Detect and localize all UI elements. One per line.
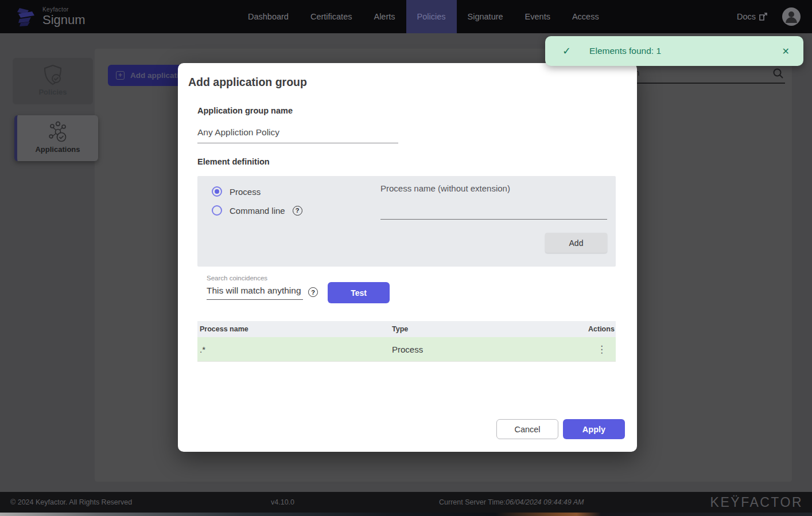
top-nav-bar: Keyfactor Signum Dashboard Certificates … <box>0 0 812 33</box>
search-coincidences-input[interactable] <box>207 286 303 300</box>
desktop-background-sliver <box>0 513 812 516</box>
modal-title: Add application group <box>188 76 307 89</box>
external-link-icon <box>759 13 767 21</box>
header-actions: Actions <box>588 325 616 333</box>
radio-process-label: Process <box>230 187 261 197</box>
nav-item-certificates[interactable]: Certificates <box>300 0 363 33</box>
keyfactor-wordmark: KEŸFACTOR <box>710 495 803 510</box>
header-type: Type <box>392 325 588 333</box>
applications-card-label: Applications <box>17 145 98 154</box>
policies-card-label: Policies <box>13 88 93 96</box>
nav-items: Dashboard Certificates Alerts Policies S… <box>237 0 610 33</box>
add-application-button[interactable]: + Add applicati <box>108 65 188 86</box>
row-actions-kebab-icon[interactable]: ⋮ <box>588 343 616 355</box>
brand-signum-label: Signum <box>42 14 86 26</box>
keyfactor-logo-icon <box>15 6 37 28</box>
sidebar-card-policies[interactable]: Policies <box>13 58 93 104</box>
brand[interactable]: Keyfactor Signum <box>15 6 86 28</box>
footer: © 2024 Keyfactor. All Rights Reserved v4… <box>0 492 812 513</box>
table-row: .* Process ⋮ <box>197 337 616 362</box>
sidebar-card-applications[interactable]: Applications <box>14 115 98 161</box>
radio-process[interactable]: Process <box>212 186 261 197</box>
search-coincidences-label: Search coincidences <box>207 275 267 282</box>
search-coincidences-help-icon[interactable]: ? <box>308 287 318 297</box>
search-icon[interactable] <box>772 68 784 81</box>
elements-table: Process name Type Actions .* Process ⋮ <box>197 321 616 362</box>
add-button[interactable]: Add <box>545 233 607 253</box>
add-application-label: Add applicati <box>130 71 179 80</box>
group-name-label: Application group name <box>197 106 293 115</box>
server-time-label: Current Server Time: <box>439 498 506 506</box>
version-text: v4.10.0 <box>271 498 294 506</box>
header-process-name: Process name <box>197 325 392 333</box>
group-name-input[interactable] <box>197 127 398 143</box>
nav-item-alerts[interactable]: Alerts <box>363 0 406 33</box>
command-line-help-icon[interactable]: ? <box>293 206 302 216</box>
apply-button[interactable]: Apply <box>563 419 625 439</box>
test-button[interactable]: Test <box>328 282 390 303</box>
element-definition-heading: Element definition <box>197 157 270 166</box>
radio-command-line[interactable]: Command line ? <box>212 205 302 216</box>
toast-close-icon[interactable]: ✕ <box>782 46 790 57</box>
person-icon <box>782 7 801 26</box>
nav-item-events[interactable]: Events <box>514 0 561 33</box>
server-time: Current Server Time:06/04/2024 09:44:49 … <box>439 498 584 506</box>
element-definition-panel: Process Command line ? Process name (wit… <box>197 176 616 267</box>
table-header-row: Process name Type Actions <box>197 321 616 337</box>
nav-item-signature[interactable]: Signature <box>457 0 514 33</box>
radio-process-control[interactable] <box>212 186 222 197</box>
process-name-input[interactable] <box>380 199 607 220</box>
toast-message: Elements found: 1 <box>589 46 782 56</box>
process-name-label: Process name (without extension) <box>380 183 510 193</box>
applications-icon <box>17 121 98 145</box>
radio-command-line-label: Command line <box>230 206 285 216</box>
toast-notification: ✓ Elements found: 1 ✕ <box>545 36 803 66</box>
docs-label: Docs <box>737 12 756 21</box>
add-application-group-modal: Add application group Application group … <box>178 63 637 452</box>
brand-keyfactor-label: Keyfactor <box>42 7 86 13</box>
cell-type: Process <box>392 345 588 354</box>
nav-item-dashboard[interactable]: Dashboard <box>237 0 300 33</box>
nav-item-access[interactable]: Access <box>561 0 610 33</box>
shield-check-icon <box>13 64 93 88</box>
user-avatar[interactable] <box>782 7 801 26</box>
cancel-button[interactable]: Cancel <box>496 419 558 439</box>
docs-link[interactable]: Docs <box>737 12 767 21</box>
server-time-value: 06/04/2024 09:44:49 AM <box>506 498 584 506</box>
nav-item-policies[interactable]: Policies <box>406 0 457 33</box>
cell-process-name: .* <box>197 345 392 354</box>
plus-square-icon: + <box>116 71 125 80</box>
radio-command-line-control[interactable] <box>212 205 222 216</box>
check-icon: ✓ <box>562 45 571 57</box>
copyright-text: © 2024 Keyfactor. All Rights Reserved <box>10 498 132 506</box>
